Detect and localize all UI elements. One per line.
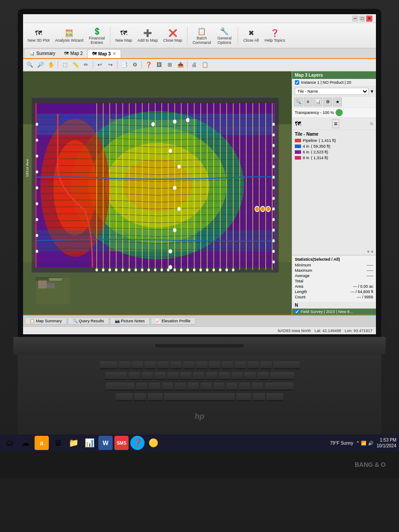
ribbon-addmap[interactable]: ➕ Add to Map bbox=[136, 27, 160, 44]
tab-query-results[interactable]: 🔍 Query Results bbox=[68, 317, 109, 325]
taskbar-store[interactable]: 🖥 bbox=[51, 436, 65, 450]
taskbar-explorer[interactable]: 📁 bbox=[66, 436, 81, 450]
tab-picture-notes[interactable]: 📷 Picture Notes bbox=[110, 317, 150, 325]
map-area[interactable]: 1000ft 181st Ave bbox=[23, 71, 292, 315]
svg-point-98 bbox=[177, 164, 181, 169]
svg-point-99 bbox=[173, 186, 176, 190]
ribbon-closemap[interactable]: ❌ Close Map bbox=[161, 27, 184, 44]
tab-elevation-profile[interactable]: 📈 Elevation Profile bbox=[151, 317, 196, 325]
taskbar-files[interactable]: 🗂 bbox=[3, 436, 17, 450]
layer-expand-icon[interactable]: ▾ bbox=[371, 88, 373, 94]
key-r bbox=[157, 361, 169, 369]
panel-zoom-icon[interactable]: 🔍 bbox=[294, 98, 303, 106]
tray-network[interactable]: 📶 bbox=[361, 441, 366, 446]
panel-chart-icon[interactable]: 📊 bbox=[313, 98, 322, 106]
taskbar-dropbox[interactable]: ☁ bbox=[19, 436, 33, 450]
6in-color bbox=[295, 150, 301, 154]
layer-view-icon[interactable]: 🗺 bbox=[295, 120, 301, 127]
svg-rect-92 bbox=[38, 280, 47, 288]
taskbar-chrome[interactable]: 🟡 bbox=[146, 436, 160, 450]
tool-zoom-in[interactable]: 🔍 bbox=[25, 60, 35, 70]
svg-point-50 bbox=[148, 268, 150, 271]
layer-dropdown[interactable]: Tile - Name bbox=[295, 88, 369, 95]
svg-point-73 bbox=[272, 218, 275, 221]
svg-point-47 bbox=[128, 268, 131, 271]
ribbon-analysis[interactable]: 🧮 Analysis Wizard bbox=[53, 27, 85, 44]
svg-point-81 bbox=[35, 170, 38, 173]
layer-select-row: Tile - Name ▾ bbox=[292, 86, 376, 97]
instance-checkbox[interactable] bbox=[295, 80, 299, 85]
tool-help[interactable]: ❓ bbox=[144, 60, 153, 70]
svg-point-45 bbox=[115, 268, 117, 271]
legend-8in-label: 8 in bbox=[303, 156, 309, 160]
ribbon-financial[interactable]: 💲 FinancialEntries bbox=[87, 25, 107, 46]
ribbon-batch[interactable]: 📋 BatchCommand bbox=[191, 25, 213, 46]
taskbar: 🗂 ☁ a 🖥 📁 📊 W SMS ❓ 🟡 79°F Sunny ^ 📶 🔊 1… bbox=[0, 434, 399, 451]
taskbar-clock[interactable]: 1:53 PM 10/1/2024 bbox=[377, 437, 397, 449]
contour-map-svg: 1000ft 181st Ave bbox=[23, 71, 292, 315]
tab-summary[interactable]: 📊 Summary bbox=[25, 49, 60, 58]
tool-image[interactable]: 🖼 bbox=[154, 60, 164, 70]
tool-select[interactable]: ⬚ bbox=[60, 60, 70, 70]
tool-undo[interactable]: ↩ bbox=[95, 60, 105, 70]
tab-map3[interactable]: 🗺 Map 3 ✕ bbox=[87, 49, 121, 58]
tray-audio[interactable]: 🔊 bbox=[368, 441, 373, 446]
key-quote bbox=[257, 372, 269, 380]
tool-sep-5 bbox=[187, 61, 188, 69]
ribbon-general[interactable]: 🔧 GeneralOptions bbox=[215, 25, 235, 46]
tool-zoom-out[interactable]: 🔎 bbox=[35, 60, 45, 70]
key-l bbox=[231, 372, 243, 380]
tool-print[interactable]: 🖨 bbox=[189, 60, 199, 70]
tool-bar: 🔍 🔎 ✋ ⬚ 📏 ✏ ↩ ↪ 📑 ⚙ ❓ 🖼 ⊞ 📤 🖨 bbox=[23, 59, 376, 71]
transparency-slider[interactable] bbox=[336, 109, 343, 116]
panel-star-icon[interactable]: ★ bbox=[333, 98, 342, 106]
minimize-button[interactable]: ─ bbox=[352, 16, 358, 22]
taskbar-word[interactable]: W bbox=[98, 436, 113, 450]
map3-tab-close[interactable]: ✕ bbox=[113, 51, 116, 56]
tool-measure[interactable]: 📏 bbox=[70, 60, 80, 70]
ribbon-financial-label: FinancialEntries bbox=[89, 36, 105, 45]
tool-grid[interactable]: ⊞ bbox=[165, 60, 175, 70]
tray-chevron[interactable]: ^ bbox=[357, 441, 359, 446]
layer-label-c: /c bbox=[370, 121, 373, 126]
taskbar-help[interactable]: ❓ bbox=[130, 436, 145, 450]
svg-point-95 bbox=[173, 119, 176, 124]
key-e bbox=[145, 361, 156, 369]
footer-checkbox[interactable] bbox=[295, 309, 299, 314]
panel-settings-icon[interactable]: ⚙ bbox=[323, 98, 332, 106]
ribbon-newmap[interactable]: 🗺 New Map bbox=[113, 27, 134, 44]
panel-list-icon[interactable]: ≡ bbox=[304, 98, 313, 106]
svg-point-59 bbox=[206, 268, 208, 271]
taskbar-amazon[interactable]: a bbox=[35, 436, 49, 450]
close-button[interactable]: ✕ bbox=[366, 16, 372, 22]
taskbar-sms[interactable]: SMS bbox=[114, 436, 129, 450]
key-comma bbox=[226, 383, 238, 391]
key-caps bbox=[105, 372, 127, 380]
tab-map-summary[interactable]: 📋 Map Summary bbox=[25, 317, 67, 325]
map-summary-label: Map Summary bbox=[36, 319, 62, 323]
svg-point-49 bbox=[141, 268, 144, 271]
ribbon-new3d[interactable]: 🗺 New 3D Plot bbox=[26, 27, 51, 44]
tool-redo[interactable]: ↪ bbox=[106, 60, 115, 70]
ribbon-closeall[interactable]: ✖ Close All bbox=[241, 27, 261, 44]
ribbon-help[interactable]: ❓ Help Topics bbox=[263, 27, 287, 44]
tab-map2[interactable]: 🗺 Map 2 bbox=[60, 49, 87, 58]
svg-point-84 bbox=[35, 218, 38, 221]
taskbar-excel[interactable]: 📊 bbox=[82, 436, 97, 450]
tool-pan[interactable]: ✋ bbox=[46, 60, 56, 70]
latitude: Lat: 42.149488 bbox=[314, 329, 341, 333]
tool-export[interactable]: 📤 bbox=[176, 60, 185, 70]
tool-layers[interactable]: 📑 bbox=[119, 60, 129, 70]
svg-point-79 bbox=[35, 138, 38, 141]
maximize-button[interactable]: □ bbox=[359, 16, 365, 22]
key-i bbox=[209, 361, 220, 369]
svg-point-51 bbox=[154, 268, 156, 271]
north-label: N bbox=[295, 303, 298, 308]
svg-text:181st Ave: 181st Ave bbox=[25, 159, 29, 177]
layer-list-icon2[interactable]: ≡ bbox=[332, 119, 339, 128]
weather-info: 79°F Sunny bbox=[330, 441, 353, 446]
stats-area-label: Area bbox=[295, 284, 303, 289]
tool-clipboard[interactable]: 📋 bbox=[200, 60, 210, 70]
tool-properties[interactable]: ⚙ bbox=[130, 60, 140, 70]
tool-draw[interactable]: ✏ bbox=[81, 60, 91, 70]
